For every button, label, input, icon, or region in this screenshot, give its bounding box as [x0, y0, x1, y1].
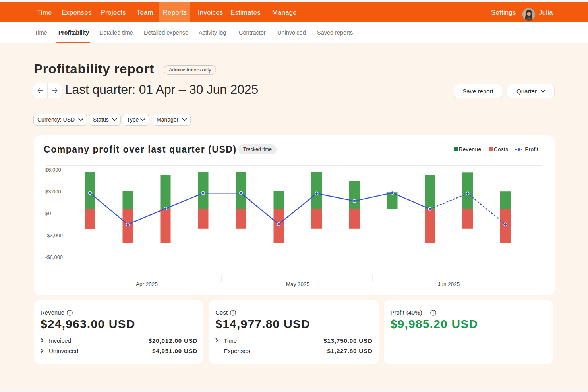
svg-text:-$3,000: -$3,000	[45, 232, 63, 238]
svg-text:Jun 2025: Jun 2025	[438, 281, 460, 287]
svg-text:$0: $0	[45, 210, 51, 216]
svg-text:-$6,000: -$6,000	[45, 254, 63, 260]
svg-text:$6,000: $6,000	[45, 167, 61, 173]
svg-text:May 2025: May 2025	[286, 281, 309, 287]
svg-text:Apr 2025: Apr 2025	[136, 281, 158, 287]
svg-text:$3,000: $3,000	[45, 189, 61, 195]
